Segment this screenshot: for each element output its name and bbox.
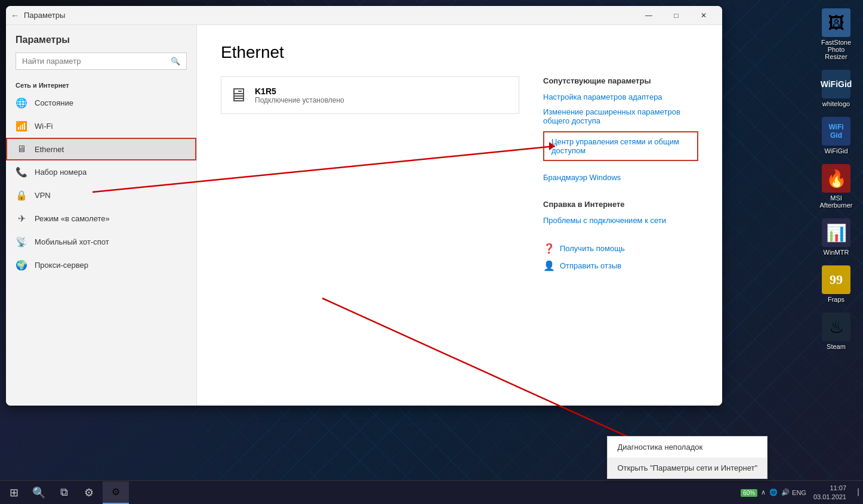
adapter-status: Подключение установлено <box>255 96 344 104</box>
wifi-icon: 📶 <box>16 120 27 132</box>
desktop-icon-steam[interactable]: ♨ Steam <box>815 310 857 353</box>
feedback-icon: 👤 <box>543 260 555 271</box>
sidebar: Параметры 🔍 Сеть и Интернет 🌐 Состояние … <box>6 25 197 406</box>
show-desktop-button[interactable]: ▕ <box>853 488 858 496</box>
search-input[interactable] <box>22 57 167 66</box>
link-connection-problems[interactable]: Проблемы с подключением к сети <box>543 216 698 225</box>
desktop-icon-faststone[interactable]: 🖼 FastStone Photo Resizer <box>815 6 857 63</box>
context-menu-diagnose[interactable]: Диагностика неполадок <box>608 437 767 457</box>
window-title: Параметры <box>24 11 65 20</box>
search-button[interactable]: 🔍 <box>27 481 50 504</box>
task-view-button[interactable]: ⧉ <box>53 481 75 504</box>
search-box[interactable]: 🔍 <box>16 52 187 70</box>
settings-app-button[interactable]: ⚙ <box>78 481 100 504</box>
language-label[interactable]: ENG <box>792 489 806 496</box>
nav-item-vpn[interactable]: 🔒 VPN <box>6 184 196 207</box>
sidebar-title: Параметры <box>16 35 187 45</box>
proxy-icon: 🌍 <box>16 259 27 271</box>
taskbar-system-icons: 60% ∧ 🌐 🔊 <box>741 488 790 496</box>
page-title: Ethernet <box>221 43 698 62</box>
nav-item-dialup[interactable]: 📞 Набор номера <box>6 160 196 184</box>
desktop-icon-msi[interactable]: 🔥 MSI Afterburner <box>815 162 857 211</box>
nav-item-ethernet[interactable]: 🖥 Ethernet <box>6 138 196 160</box>
icon-label-wifigid: WiFiGid <box>824 147 847 154</box>
get-help-icon: ❓ <box>543 243 555 254</box>
nav-item-status[interactable]: 🌐 Состояние <box>6 91 196 115</box>
battery-label: 60% <box>741 489 757 496</box>
nav-label-ethernet: Ethernet <box>35 145 64 154</box>
desktop-icon-winmtr[interactable]: 📊 WinMTR <box>815 216 857 258</box>
adapter-info: K1R5 Подключение установлено <box>255 86 344 104</box>
icon-label-fraps: Fraps <box>828 296 844 303</box>
get-help-link[interactable]: ❓ Получить помощь <box>543 243 698 254</box>
context-menu: Диагностика неполадок Открыть "Параметры… <box>607 436 768 479</box>
ethernet-icon: 🖥 <box>16 144 27 154</box>
highlight-box-center: Центр управления сетями и общим доступом <box>543 131 698 161</box>
start-button[interactable]: ⊞ <box>2 481 25 504</box>
status-icon: 🌐 <box>16 97 27 109</box>
desktop-icons: 🖼 FastStone Photo Resizer WiFiGid whitel… <box>815 6 857 353</box>
feedback-label: Отправить отзыв <box>560 261 621 270</box>
search-icon: 🔍 <box>171 57 180 66</box>
adapter-icon: 🖥 <box>229 84 248 106</box>
taskbar-right: 60% ∧ 🌐 🔊 ENG 11:07 03.01.2021 ▕ <box>736 484 863 501</box>
battery-indicator[interactable]: 60% <box>741 489 757 497</box>
adapter-card[interactable]: 🖥 K1R5 Подключение установлено <box>221 76 519 114</box>
chevron-icon[interactable]: ∧ <box>761 488 766 496</box>
context-menu-open-settings[interactable]: Открыть "Параметры сети и Интернет" <box>608 457 767 478</box>
link-firewall[interactable]: Брандмауэр Windows <box>543 173 698 182</box>
volume-icon[interactable]: 🔊 <box>781 488 790 496</box>
taskbar-clock[interactable]: 11:07 03.01.2021 <box>809 484 851 501</box>
nav-label-airplane: Режим «в самолете» <box>35 214 110 223</box>
content-body: 🖥 K1R5 Подключение установлено Сопутству… <box>221 76 698 277</box>
network-icon[interactable]: 🌐 <box>769 488 778 496</box>
window-content: Параметры 🔍 Сеть и Интернет 🌐 Состояние … <box>6 25 722 406</box>
vpn-icon: 🔒 <box>16 190 27 201</box>
icon-label-winmtr: WinMTR <box>824 249 849 256</box>
desktop-icon-fraps[interactable]: 99 Fraps <box>815 263 857 305</box>
nav-item-wifi[interactable]: 📶 Wi-Fi <box>6 115 196 138</box>
icon-label-faststone: FastStone Photo Resizer <box>818 39 855 60</box>
link-adapter-settings[interactable]: Настройка параметров адаптера <box>543 92 698 101</box>
nav-item-proxy[interactable]: 🌍 Прокси-сервер <box>6 253 196 277</box>
link-sharing-settings[interactable]: Изменение расширенных параметров общего … <box>543 107 698 125</box>
title-bar: ← Параметры — □ ✕ <box>6 6 722 25</box>
content-right: Сопутствующие параметры Настройка параме… <box>543 76 698 277</box>
hotspot-icon: 📡 <box>16 236 27 248</box>
taskbar-left: ⊞ 🔍 ⧉ ⚙ ⚙ <box>0 481 131 504</box>
nav-label-hotspot: Мобильный хот-спот <box>35 237 109 246</box>
main-content: Ethernet 🖥 K1R5 Подключение установлено … <box>197 25 722 406</box>
nav-label-wifi: Wi-Fi <box>35 122 53 131</box>
nav-item-hotspot[interactable]: 📡 Мобильный хот-спот <box>6 230 196 253</box>
feedback-link[interactable]: 👤 Отправить отзыв <box>543 260 698 271</box>
title-bar-controls: — □ ✕ <box>635 6 717 25</box>
dialup-icon: 📞 <box>16 166 27 178</box>
sidebar-header: Параметры 🔍 <box>6 25 196 75</box>
back-button[interactable]: ← <box>11 11 19 20</box>
taskbar-date: 03.01.2021 <box>813 493 846 501</box>
sidebar-section-title: Сеть и Интернет <box>6 75 196 91</box>
taskbar: ⊞ 🔍 ⧉ ⚙ ⚙ 60% ∧ 🌐 🔊 ENG 11:07 03.01.2021… <box>0 480 863 504</box>
airplane-icon: ✈ <box>16 213 27 224</box>
nav-label-proxy: Прокси-сервер <box>35 261 88 270</box>
close-button[interactable]: ✕ <box>690 6 717 25</box>
nav-label-dialup: Набор номера <box>35 168 87 177</box>
title-bar-left: ← Параметры <box>11 11 65 20</box>
desktop: 🖼 FastStone Photo Resizer WiFiGid whitel… <box>0 0 863 504</box>
taskbar-time: 11:07 <box>813 484 846 492</box>
help-section-title: Справка в Интернете <box>543 200 698 209</box>
icon-label-msi: MSI Afterburner <box>818 194 855 209</box>
icon-label-steam: Steam <box>827 343 846 350</box>
icon-label-wifigid-white: whitelogo <box>822 100 850 107</box>
minimize-button[interactable]: — <box>635 6 662 25</box>
settings-taskbar-app[interactable]: ⚙ <box>103 481 129 504</box>
nav-label-vpn: VPN <box>35 191 51 200</box>
maximize-button[interactable]: □ <box>662 6 690 25</box>
get-help-label: Получить помощь <box>560 244 625 253</box>
content-left: 🖥 K1R5 Подключение установлено <box>221 76 519 277</box>
desktop-icon-wifigid-white[interactable]: WiFiGid whitelogo <box>815 67 857 110</box>
link-network-center[interactable]: Центр управления сетями и общим доступом <box>551 137 690 155</box>
nav-item-airplane[interactable]: ✈ Режим «в самолете» <box>6 207 196 230</box>
desktop-icon-wifigid[interactable]: WiFiGid WiFiGid <box>815 115 857 157</box>
related-settings-title: Сопутствующие параметры <box>543 76 698 85</box>
